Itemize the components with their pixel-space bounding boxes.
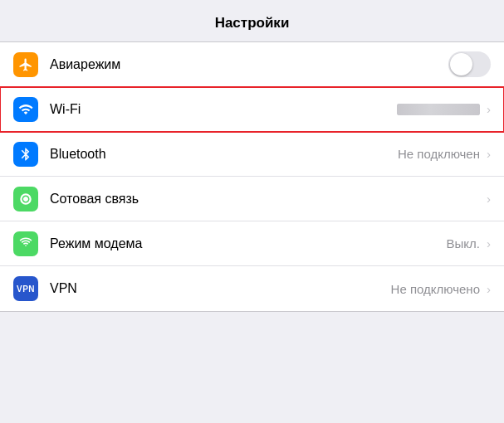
chevron-hotspot: › [487, 236, 491, 250]
toggle-airplane[interactable] [448, 51, 491, 77]
icon-cellular [13, 187, 38, 212]
row-value-bluetooth: Не подключен [398, 147, 480, 161]
row-value-wifi [397, 104, 480, 115]
row-cellular[interactable]: Сотовая связь › [0, 177, 504, 221]
vpn-icon-text: VPN [17, 284, 35, 294]
row-label-hotspot: Режим модема [50, 236, 447, 251]
page-wrapper: Настройки Авиарежим Wi-Fi › [0, 0, 504, 312]
chevron-bluetooth: › [487, 147, 491, 161]
row-bluetooth[interactable]: Bluetooth Не подключен › [0, 132, 504, 177]
row-hotspot[interactable]: Режим модема Выкл. › [0, 221, 504, 266]
row-value-vpn: Не подключено [391, 282, 480, 296]
icon-bluetooth [13, 142, 38, 167]
settings-group: Авиарежим Wi-Fi › Bluetooth [0, 41, 504, 312]
row-vpn[interactable]: VPN VPN Не подключено › [0, 266, 504, 311]
icon-airplane [13, 52, 38, 77]
page-title: Настройки [0, 0, 504, 41]
chevron-wifi: › [487, 102, 491, 116]
icon-vpn: VPN [13, 276, 38, 301]
chevron-cellular: › [487, 192, 491, 206]
chevron-vpn: › [487, 282, 491, 296]
row-value-hotspot: Выкл. [447, 236, 480, 250]
icon-wifi [13, 97, 38, 122]
row-wifi[interactable]: Wi-Fi › [0, 87, 504, 132]
row-label-wifi: Wi-Fi [50, 102, 397, 117]
row-label-airplane: Авиарежим [50, 57, 448, 72]
toggle-knob-airplane [450, 53, 472, 75]
icon-hotspot [13, 231, 38, 256]
row-label-vpn: VPN [50, 281, 391, 296]
row-label-cellular: Сотовая связь [50, 192, 485, 207]
row-label-bluetooth: Bluetooth [50, 147, 398, 162]
row-airplane[interactable]: Авиарежим [0, 42, 504, 87]
